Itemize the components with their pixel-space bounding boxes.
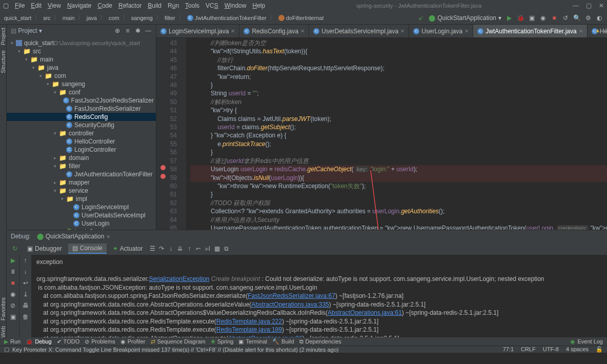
- step-over-icon[interactable]: ↷: [158, 245, 165, 252]
- step-menu-icon[interactable]: ☰: [149, 245, 156, 252]
- down-icon[interactable]: ↓: [22, 268, 29, 275]
- readonly-lock-icon[interactable]: 🔓: [596, 346, 603, 353]
- tree-node[interactable]: ▾📁filter: [7, 162, 156, 170]
- scroll-end-icon[interactable]: ⤓: [22, 291, 29, 298]
- tool-web[interactable]: Web: [0, 326, 6, 337]
- project-tree[interactable]: ▾quick_start D:\Java\spring-security\qui…: [7, 37, 156, 230]
- editor-tab[interactable]: CUserDetailsServiceImpl.java✕: [309, 25, 409, 37]
- frames-icon[interactable]: ▣: [9, 313, 16, 320]
- breadcrumb-item[interactable]: com: [109, 15, 119, 21]
- editor-tab[interactable]: CLoginServiceImpl.java✕: [156, 25, 239, 37]
- tree-node[interactable]: ▾📁java: [7, 64, 156, 72]
- menu-run[interactable]: Run: [168, 2, 179, 9]
- menu-edit[interactable]: Edit: [31, 2, 42, 9]
- trace-icon[interactable]: ⧉: [222, 245, 230, 252]
- close-tab-icon[interactable]: ✕: [579, 28, 583, 34]
- breadcrumb-item[interactable]: main: [63, 15, 75, 21]
- tree-node[interactable]: CFastJson2JsonRedisSerializer: [7, 96, 156, 105]
- menu-vcs[interactable]: VCS: [206, 2, 218, 9]
- close-tab-icon[interactable]: ✕: [400, 28, 404, 34]
- tree-node[interactable]: CUserDetailsServiceImpl: [7, 211, 156, 219]
- step-out-icon[interactable]: ↑: [186, 245, 193, 252]
- tree-node[interactable]: ▾📁src: [7, 47, 156, 55]
- menu-help[interactable]: Help: [252, 2, 265, 9]
- tree-node[interactable]: CLoginServiceImpl: [7, 203, 156, 211]
- drop-frame-icon[interactable]: ⤺: [195, 245, 202, 252]
- menu-navigate[interactable]: Navigate: [67, 2, 91, 9]
- stacktrace-link[interactable]: RedisTemplate.java:189: [216, 326, 282, 333]
- tree-node[interactable]: ▾📁controller: [7, 129, 156, 137]
- bottom-spring[interactable]: ❀Spring: [211, 338, 234, 345]
- subtab-debugger[interactable]: ▣Debugger: [23, 244, 66, 253]
- breadcrumb-item[interactable]: filter: [165, 15, 175, 21]
- code-area[interactable]: //判断token是否为空 "kw">if(!StringUtils.hasTe…: [186, 38, 607, 230]
- tool-favorites[interactable]: Favorites: [0, 297, 6, 320]
- expand-all-icon[interactable]: ≡: [124, 27, 131, 34]
- tree-node[interactable]: CFastJsonRedisSerializer: [7, 105, 156, 113]
- bottom-run[interactable]: ▶Run: [4, 338, 21, 345]
- tree-node[interactable]: CUserLogin: [7, 219, 156, 228]
- editor-gutter[interactable]: 4344454647484950515253545556575859606162…: [156, 38, 186, 230]
- stacktrace-link[interactable]: FastJsonRedisSerializer.java:67: [248, 292, 335, 299]
- tree-node[interactable]: CLoginController: [7, 146, 156, 154]
- search-icon[interactable]: 🔍: [573, 14, 580, 22]
- stacktrace-link[interactable]: AbstractOperations.java:96: [228, 335, 302, 338]
- tree-node[interactable]: CSecurityConfig: [7, 121, 156, 129]
- menu-window[interactable]: Window: [225, 2, 247, 9]
- tool-structure[interactable]: Structure: [0, 50, 6, 73]
- indent-setting[interactable]: 4 spaces: [566, 346, 589, 353]
- editor-inspection-status[interactable]: ▲11 △1 ✓1 ˄˅: [595, 27, 607, 33]
- menu-file[interactable]: File: [15, 2, 25, 9]
- vcs-update-icon[interactable]: ↺: [562, 14, 569, 22]
- stacktrace-link[interactable]: RedisTemplate.java:222: [216, 318, 282, 325]
- tree-node[interactable]: ▾📁service: [7, 187, 156, 195]
- editor-tab[interactable]: CJwtAuthenticationTokenFilter.java✕: [473, 25, 587, 37]
- breadcrumb-item[interactable]: java: [87, 15, 97, 21]
- tree-node[interactable]: CJwtAuthenticationTokenFilter: [7, 170, 156, 178]
- ide-errors-icon[interactable]: ◐: [596, 14, 603, 22]
- force-step-into-icon[interactable]: ⇊: [176, 245, 184, 252]
- stacktrace-link[interactable]: AbstractOperations.java:335: [251, 301, 329, 308]
- minimize-button[interactable]: —: [573, 2, 579, 9]
- breadcrumb-item[interactable]: quick_start: [4, 15, 31, 21]
- up-icon[interactable]: ↑: [22, 257, 29, 264]
- collapse-icon[interactable]: ✱: [134, 27, 141, 34]
- settings-icon[interactable]: ⚙: [584, 14, 592, 22]
- tree-node[interactable]: ▾📁com: [7, 72, 156, 80]
- line-separator[interactable]: CRLF: [521, 346, 536, 353]
- editor-tab[interactable]: CUserLogin.java✕: [409, 25, 473, 37]
- menu-build[interactable]: Build: [148, 2, 161, 9]
- stop-icon[interactable]: ■: [9, 279, 16, 287]
- close-tab-icon[interactable]: ✕: [300, 28, 305, 34]
- print-icon[interactable]: 🖶: [22, 302, 29, 309]
- bottom-profiler[interactable]: ◉Profiler: [120, 338, 146, 345]
- close-tab-icon[interactable]: ✕: [231, 28, 235, 34]
- stop-button[interactable]: ■: [551, 14, 558, 22]
- hide-panel-icon[interactable]: —: [145, 27, 152, 34]
- select-opened-icon[interactable]: ⊕: [114, 27, 121, 34]
- tree-node[interactable]: CRedisConfig: [7, 113, 156, 121]
- tree-node[interactable]: ▸📁mapper: [7, 178, 156, 187]
- tree-node[interactable]: ▾📁sangeng: [7, 80, 156, 88]
- close-tab-icon[interactable]: ✕: [464, 28, 469, 34]
- debug-session-tab[interactable]: ⬤QuickStartApplication ✕: [37, 233, 111, 240]
- tree-node[interactable]: ▾quick_start D:\Java\spring-security\qui…: [7, 39, 156, 47]
- view-breakpoints-icon[interactable]: ◉: [9, 291, 16, 298]
- breadcrumb-item[interactable]: sangeng: [131, 15, 153, 21]
- maximize-button[interactable]: ▢: [586, 2, 592, 9]
- stacktrace-link[interactable]: AbstractOperations.java:61: [328, 309, 402, 316]
- subtab-actuator[interactable]: ✦Actuator: [109, 244, 147, 253]
- bottom-dependencies[interactable]: ⧉Dependencies: [299, 338, 341, 345]
- rerun-icon[interactable]: ↻: [11, 245, 18, 252]
- mute-breakpoints-icon[interactable]: ⊘: [9, 302, 16, 309]
- tree-node[interactable]: ▾📁conf: [7, 88, 156, 96]
- bottom-problems[interactable]: ⊘Problems: [85, 338, 115, 345]
- menu-refactor[interactable]: Refactor: [118, 2, 141, 9]
- caret-position[interactable]: 77:1: [503, 346, 514, 353]
- breadcrumb-item[interactable]: src: [43, 15, 51, 21]
- pause-icon[interactable]: ⏸: [9, 268, 16, 275]
- tree-node[interactable]: ▸📁domain: [7, 154, 156, 162]
- bottom-eventlog[interactable]: ◉Event Log: [570, 338, 603, 345]
- bottom-todo[interactable]: ✔TODO: [57, 338, 80, 345]
- breakpoint-icon[interactable]: [160, 174, 166, 179]
